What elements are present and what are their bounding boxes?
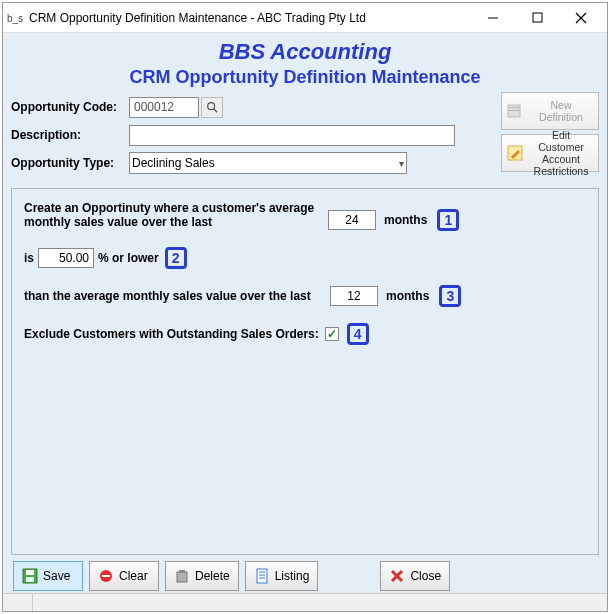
months-compare-input[interactable]: [330, 286, 378, 306]
button-bar: Save Clear Delete Listing: [11, 555, 599, 593]
chevron-down-icon: ▾: [399, 158, 404, 169]
clear-label: Clear: [119, 569, 148, 583]
window-title: CRM Opportunity Definition Maintenance -…: [29, 11, 471, 25]
magnifier-icon: [206, 101, 218, 113]
close-window-button[interactable]: [559, 4, 603, 32]
new-definition-label: New Definition: [528, 99, 594, 123]
svg-rect-7: [509, 110, 519, 111]
svg-rect-13: [26, 577, 34, 582]
months-recent-input[interactable]: [328, 210, 376, 230]
svg-line-10: [214, 109, 217, 112]
percent-input[interactable]: [38, 248, 94, 268]
opportunity-code-lookup-button[interactable]: [201, 97, 223, 118]
status-bar: [3, 593, 607, 611]
opportunity-code-label: Opportunity Code:: [11, 100, 129, 114]
edit-customer-restrictions-button[interactable]: Edit Customer Account Restrictions: [501, 134, 599, 172]
opportunity-type-select[interactable]: Declining Sales ▾: [129, 152, 407, 174]
save-label: Save: [43, 569, 70, 583]
brand-title: BBS Accounting: [11, 39, 599, 65]
app-window: b_s CRM Opportunity Definition Maintenan…: [2, 2, 608, 612]
page-title: CRM Opportunity Definition Maintenance: [11, 67, 599, 88]
delete-icon: [174, 568, 190, 584]
close-icon: [389, 568, 405, 584]
svg-rect-16: [177, 572, 187, 582]
edit-customer-label: Edit Customer Account Restrictions: [528, 129, 594, 177]
percent-suffix: % or lower: [98, 251, 159, 265]
svg-point-9: [208, 103, 215, 110]
svg-text:b_s: b_s: [7, 13, 23, 24]
svg-rect-12: [26, 570, 34, 575]
titlebar: b_s CRM Opportunity Definition Maintenan…: [3, 3, 607, 33]
clear-button[interactable]: Clear: [89, 561, 159, 591]
rule-text-1a: Create an Opportinuty where a customer's…: [24, 201, 314, 215]
listing-icon: [254, 568, 270, 584]
exclude-label: Exclude Customers with Outstanding Sales…: [24, 327, 319, 341]
marker-4: 4: [347, 323, 369, 345]
svg-rect-15: [102, 575, 110, 577]
client-area: BBS Accounting CRM Opportunity Definitio…: [3, 33, 607, 611]
close-button[interactable]: Close: [380, 561, 450, 591]
description-label: Description:: [11, 128, 129, 142]
app-icon: b_s: [7, 10, 23, 26]
page-header: BBS Accounting CRM Opportunity Definitio…: [11, 39, 599, 94]
delete-label: Delete: [195, 569, 230, 583]
save-icon: [22, 568, 38, 584]
minimize-button[interactable]: [471, 4, 515, 32]
opportunity-type-label: Opportunity Type:: [11, 156, 129, 170]
new-definition-button[interactable]: New Definition: [501, 92, 599, 130]
config-panel: Create an Opportinuty where a customer's…: [11, 188, 599, 555]
marker-3: 3: [439, 285, 461, 307]
edit-customer-icon: [506, 144, 524, 162]
new-definition-icon: [506, 102, 524, 120]
svg-rect-6: [509, 107, 519, 108]
close-label: Close: [410, 569, 441, 583]
is-word: is: [24, 251, 34, 265]
exclude-checkbox[interactable]: ✓: [325, 327, 339, 341]
check-icon: ✓: [327, 327, 337, 341]
svg-rect-2: [533, 13, 542, 22]
svg-rect-17: [179, 570, 185, 573]
svg-rect-18: [257, 569, 267, 583]
marker-2: 2: [165, 247, 187, 269]
rule-text-3: than the average monthly sales value ove…: [24, 289, 326, 303]
marker-1: 1: [437, 209, 459, 231]
save-button[interactable]: Save: [13, 561, 83, 591]
rule-text-1b: monthly sales value over the last: [24, 215, 212, 229]
months-word-2: months: [386, 289, 429, 303]
months-word-1: months: [384, 213, 427, 227]
opportunity-code-input[interactable]: [129, 97, 199, 118]
maximize-button[interactable]: [515, 4, 559, 32]
form-top: New Definition Edit Customer Account Res…: [11, 94, 599, 178]
delete-button[interactable]: Delete: [165, 561, 239, 591]
listing-label: Listing: [275, 569, 310, 583]
description-input[interactable]: [129, 125, 455, 146]
listing-button[interactable]: Listing: [245, 561, 319, 591]
clear-icon: [98, 568, 114, 584]
opportunity-type-value: Declining Sales: [132, 156, 215, 170]
